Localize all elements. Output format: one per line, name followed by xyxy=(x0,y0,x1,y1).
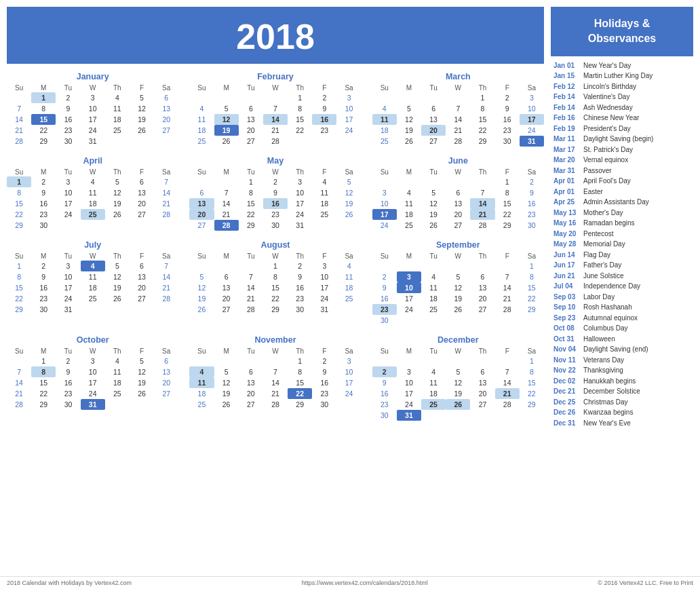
calendar-day: 4 xyxy=(336,261,361,271)
calendar-day: 6 xyxy=(239,366,263,377)
calendar-day: 8 xyxy=(239,187,263,198)
calendar-day: 6 xyxy=(189,187,214,198)
calendar-day: 21 xyxy=(263,388,288,399)
calendar-day: 1 xyxy=(470,92,494,103)
holiday-name: Vernal equinox xyxy=(583,155,628,166)
calendar-day: 21 xyxy=(239,293,263,304)
day-header: Sa xyxy=(336,252,361,261)
holiday-item: Sep 03Labor Day xyxy=(551,292,693,303)
holiday-item: Jan 01New Year's Day xyxy=(551,60,693,71)
holiday-item: Feb 14Ash Wednesday xyxy=(551,102,693,113)
calendar-day xyxy=(397,261,421,271)
holiday-item: Sep 10Rosh Hashanah xyxy=(551,302,693,313)
calendar-day xyxy=(446,176,470,187)
calendar-day: 23 xyxy=(372,399,397,410)
calendar-day: 20 xyxy=(470,293,494,304)
calendar-day xyxy=(189,356,214,366)
calendar-day: 6 xyxy=(421,103,446,114)
calendar-day: 16 xyxy=(31,282,56,293)
calendar-day: 30 xyxy=(495,136,520,147)
day-header: Tu xyxy=(239,168,263,176)
holiday-name: Christmas Day xyxy=(583,397,628,408)
holiday-item: Jan 15Martin Luther King Day xyxy=(551,71,693,81)
calendar-day: 19 xyxy=(446,388,470,399)
calendar-day: 26 xyxy=(105,293,130,304)
month-title: March xyxy=(372,72,544,81)
calendar-day: 27 xyxy=(130,209,154,220)
calendar-section: 2018 JanuarySuMTuWThFSa12345678910111213… xyxy=(7,7,544,567)
holiday-item: Feb 12Lincoln's Birthday xyxy=(551,81,693,92)
calendar-day: 18 xyxy=(105,377,130,388)
calendar-day: 18 xyxy=(421,388,446,399)
calendar-day: 10 xyxy=(520,103,544,114)
holiday-name: Admin Assistants Day xyxy=(583,197,649,208)
calendar-day: 26 xyxy=(446,399,470,410)
calendar-day: 1 xyxy=(31,92,56,103)
calendar-day xyxy=(421,261,446,271)
calendar-day: 20 xyxy=(154,114,178,125)
calendar-day: 16 xyxy=(31,198,56,209)
day-header: M xyxy=(397,252,421,261)
calendar-day xyxy=(372,261,397,271)
calendar-day: 3 xyxy=(336,356,361,366)
calendar-day: 22 xyxy=(239,209,263,220)
calendar-day: 8 xyxy=(495,187,520,198)
calendar-day: 3 xyxy=(312,261,336,271)
calendar-day: 2 xyxy=(495,92,520,103)
holiday-name: Daylight Saving (begin) xyxy=(583,134,653,145)
holiday-item: Dec 31New Year's Eve xyxy=(551,418,693,429)
calendar-day: 28 xyxy=(263,136,288,147)
calendar-day: 24 xyxy=(81,125,105,136)
day-header: Th xyxy=(470,83,494,92)
calendar-day: 23 xyxy=(56,388,80,399)
holiday-name: Hanukkah begins xyxy=(583,376,636,387)
calendar-day: 26 xyxy=(105,209,130,220)
calendar-day: 24 xyxy=(520,125,544,136)
calendar-day: 14 xyxy=(214,198,239,209)
holiday-date: Nov 04 xyxy=(553,344,579,355)
holiday-date: Jun 14 xyxy=(553,250,579,261)
calendar-day: 19 xyxy=(130,377,154,388)
calendar-day: 22 xyxy=(7,293,31,304)
calendar-day: 21 xyxy=(7,125,31,136)
calendar-day: 8 xyxy=(31,366,56,377)
day-header: Th xyxy=(470,252,494,261)
calendar-day: 27 xyxy=(446,220,470,231)
day-header: F xyxy=(130,83,154,92)
day-header: Sa xyxy=(154,252,178,261)
month-block-november: NovemberSuMTuWThFSa123456789101112131415… xyxy=(189,335,361,421)
calendar-day: 9 xyxy=(495,103,520,114)
calendar-day: 11 xyxy=(105,366,130,377)
month-block-december: DecemberSuMTuWThFSa123456789101112131415… xyxy=(372,335,544,421)
calendar-day: 9 xyxy=(288,271,312,282)
day-header: Su xyxy=(7,252,31,261)
calendar-day: 29 xyxy=(288,399,312,410)
calendar-day: 4 xyxy=(105,356,130,366)
calendar-day xyxy=(495,315,520,326)
calendar-day: 11 xyxy=(81,271,105,282)
calendar-day xyxy=(312,136,336,147)
calendar-day xyxy=(446,410,470,421)
calendar-day: 28 xyxy=(214,220,239,231)
day-header: F xyxy=(495,252,520,261)
calendar-day: 12 xyxy=(105,271,130,282)
holiday-date: May 28 xyxy=(553,239,579,250)
calendar-day: 4 xyxy=(397,187,421,198)
calendar-day: 7 xyxy=(214,187,239,198)
calendar-day: 17 xyxy=(372,209,397,220)
calendar-day: 1 xyxy=(495,176,520,187)
calendar-day: 5 xyxy=(105,176,130,187)
calendar-day: 4 xyxy=(189,103,214,114)
sidebar: Holidays &Observances Jan 01New Year's D… xyxy=(551,7,693,567)
holiday-date: Dec 31 xyxy=(553,418,579,429)
calendar-day xyxy=(397,176,421,187)
month-table: SuMTuWThFSa12345678910111213141516171819… xyxy=(7,347,178,410)
day-header: W xyxy=(446,252,470,261)
calendar-day: 7 xyxy=(470,187,494,198)
day-header: Tu xyxy=(421,252,446,261)
day-header: Sa xyxy=(520,347,544,356)
holiday-date: May 20 xyxy=(553,229,579,240)
holiday-date: Nov 22 xyxy=(553,365,579,376)
holiday-item: Feb 14Valentine's Day xyxy=(551,92,693,102)
year-header: 2018 xyxy=(7,7,544,64)
